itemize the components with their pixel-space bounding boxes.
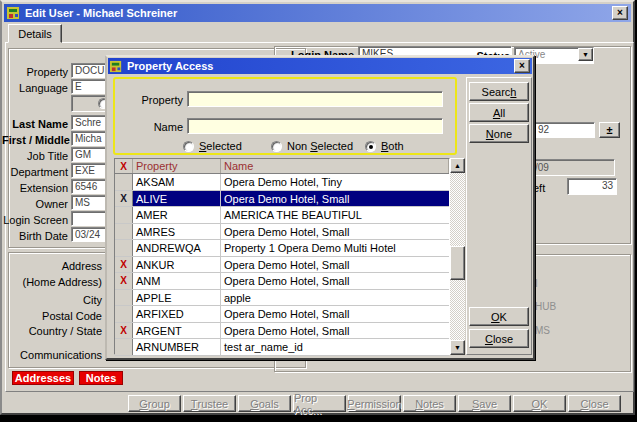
prop-acc-button[interactable]: Prop Acc... (293, 395, 346, 412)
x-cell: X (115, 323, 133, 339)
addresses-button[interactable]: Addresses (12, 371, 74, 385)
interface-fragment-2: HUB (535, 301, 556, 312)
interface-fragment-3: MS (535, 325, 550, 336)
none-button[interactable]: None (469, 124, 529, 143)
name-cell: Property 1 Opera Demo Multi Hotel (221, 240, 449, 256)
property-cell: ANM (133, 273, 221, 289)
group-button[interactable]: Group (128, 395, 181, 412)
x-cell (115, 306, 133, 322)
dialog-titlebar[interactable]: Property Access × (108, 58, 532, 74)
property-cell: ARFIXED (133, 306, 221, 322)
dialog-icon (110, 60, 123, 73)
close-button[interactable]: Close (469, 329, 529, 348)
notes-button[interactable]: Notes (403, 395, 456, 412)
name-cell: Opera Demo Hotel, Small (221, 273, 449, 289)
property-cell: AKSAM (133, 174, 221, 190)
table-row[interactable]: X ANM Opera Demo Hotel, Small (115, 273, 449, 290)
radio-both-label: Both (381, 140, 404, 152)
table-row[interactable]: X ANKUR Opera Demo Hotel, Small (115, 257, 449, 274)
extension-label: Extension (2, 182, 68, 194)
radio-both[interactable]: Both (365, 140, 404, 152)
dialog-close-icon[interactable]: × (514, 59, 530, 73)
property-cell: AMRES (133, 224, 221, 240)
name-cell: AMERICA THE BEAUTIFUL (221, 207, 449, 223)
code-value: 92 (538, 124, 549, 135)
app-icon (7, 6, 21, 20)
header-x: X (115, 159, 133, 173)
table-row[interactable]: ANDREWQA Property 1 Opera Demo Multi Hot… (115, 240, 449, 257)
radio-non-selected[interactable]: Non Selected (271, 140, 353, 152)
login-screen-label: Login Screen (2, 214, 68, 226)
scrollbar-thumb[interactable] (450, 246, 465, 280)
property-cell: APPLE (133, 290, 221, 306)
save-button[interactable]: Save (458, 395, 511, 412)
table-row[interactable]: ARNUMBER test ar_name_id (115, 339, 449, 356)
radio-selected[interactable]: Selected (183, 140, 242, 152)
radio-both-icon[interactable] (365, 141, 376, 152)
property-access-dialog: Property Access × Property Name Selected… (105, 55, 535, 360)
country-state-label: Country / State (2, 325, 102, 337)
table-scrollbar[interactable]: ▲ ▼ (450, 158, 465, 355)
lov-button[interactable]: ± (599, 122, 620, 138)
table-row[interactable]: AMRES Opera Demo Hotel, Small (115, 224, 449, 241)
days-left-field: 33 (567, 178, 617, 195)
goals-button[interactable]: Goals (238, 395, 291, 412)
notes-red-button[interactable]: Notes (79, 371, 123, 385)
table-row[interactable]: X ARGENT Opera Demo Hotel, Small (115, 323, 449, 340)
postal-code-label: Postal Code (2, 310, 102, 322)
close-button-main[interactable]: Close (568, 395, 621, 412)
search-criteria-panel: Property Name Selected Non Selected Both (113, 77, 457, 155)
communications-label: Communications (2, 349, 102, 361)
first-middle-label: First / Middle (2, 134, 68, 146)
property-cell: AMER (133, 207, 221, 223)
job-title-label: Job Title (2, 150, 68, 162)
window-title: Edit User - Michael Schreiner (25, 7, 608, 19)
table-row[interactable]: X ALIVE Opera Demo Hotel, Small (115, 191, 449, 208)
ok-button-main[interactable]: OK (513, 395, 566, 412)
table-row[interactable]: APPLE apple (115, 290, 449, 307)
table-header-row: X Property Name (115, 159, 449, 174)
x-cell (115, 290, 133, 306)
dialog-property-input[interactable] (187, 91, 443, 107)
scroll-up-icon[interactable]: ▲ (450, 158, 465, 173)
dialog-name-label: Name (123, 121, 183, 133)
name-cell: Opera Demo Hotel, Tiny (221, 174, 449, 190)
tab-details[interactable]: Details (8, 24, 62, 43)
interface-fragment-1: I (535, 278, 538, 289)
address-label: Address (2, 260, 102, 272)
property-cell: ARGENT (133, 323, 221, 339)
x-cell: X (115, 191, 133, 207)
dialog-title: Property Access (127, 60, 510, 72)
x-cell (115, 339, 133, 355)
radio-selected-icon[interactable] (183, 141, 194, 152)
table-row[interactable]: AMER AMERICA THE BEAUTIFUL (115, 207, 449, 224)
name-cell: Opera Demo Hotel, Small (221, 323, 449, 339)
date-fragment: /09 (535, 162, 549, 173)
x-cell: X (115, 257, 133, 273)
scroll-down-icon[interactable]: ▼ (450, 340, 465, 355)
property-cell: ANDREWQA (133, 240, 221, 256)
header-name: Name (221, 159, 449, 173)
trustee-button[interactable]: Trustee (183, 395, 236, 412)
all-button[interactable]: All (469, 103, 529, 122)
table-row[interactable]: ARFIXED Opera Demo Hotel, Small (115, 306, 449, 323)
language-label: Language (2, 82, 68, 94)
dialog-name-input[interactable] (187, 118, 443, 134)
search-button[interactable]: Search (469, 82, 529, 101)
owner-label: Owner (2, 198, 68, 210)
main-titlebar[interactable]: Edit User - Michael Schreiner × (4, 4, 631, 22)
x-cell (115, 207, 133, 223)
radio-non-selected-icon[interactable] (271, 141, 282, 152)
dialog-property-label: Property (123, 94, 183, 106)
ok-button[interactable]: OK (469, 307, 529, 326)
name-cell: Opera Demo Hotel, Small (221, 224, 449, 240)
table-row[interactable]: AKSAM Opera Demo Hotel, Tiny (115, 174, 449, 191)
chevron-down-icon[interactable]: ▼ (578, 48, 593, 61)
name-cell: Opera Demo Hotel, Small (221, 306, 449, 322)
close-icon[interactable]: × (612, 6, 628, 20)
permission-button[interactable]: Permission (348, 395, 401, 412)
radio-non-selected-label: Non Selected (287, 140, 353, 152)
home-address-label: (Home Address) (2, 276, 102, 288)
name-cell: test ar_name_id (221, 339, 449, 355)
header-property: Property (133, 159, 221, 173)
